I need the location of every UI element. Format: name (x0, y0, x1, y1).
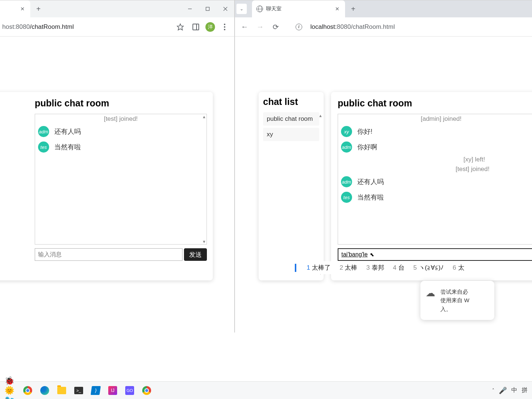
system-message: [test] joined! (338, 164, 532, 174)
message-input[interactable] (35, 248, 183, 261)
chat-message-row: tes 当然有啦 (338, 190, 532, 205)
side-panel-icon[interactable] (190, 21, 202, 33)
edge-taskbar-icon[interactable] (38, 384, 51, 397)
message-input[interactable]: tai'bang'le ⬉ (338, 248, 532, 261)
chat-list-item[interactable]: public chat room (263, 112, 319, 126)
avatar: adm (341, 141, 352, 153)
cloud-icon: ☁ (426, 287, 435, 299)
ime-candidate[interactable]: 1 太棒了 (307, 263, 331, 272)
tab-active[interactable]: ✕ (0, 0, 30, 17)
url-text-host: host:8080 (2, 23, 30, 31)
message-text: 你好! (357, 127, 372, 136)
message-text: 当然有啦 (357, 193, 384, 202)
widgets-icon[interactable]: 🐞🌞🐦 (4, 384, 17, 397)
ime-marker-icon (295, 264, 296, 272)
bing-popup-text: 尝试来自必 使用来自 W 入。 (440, 287, 469, 313)
toolbar: ← → ⟳ i localhost:8080/chatRoom.html (235, 17, 532, 37)
chat-room-card: public chat room [admin] joined! xy 你好! … (331, 92, 532, 280)
bookmark-star-icon[interactable] (174, 21, 186, 33)
system-message: [xy] left! (338, 155, 532, 164)
taskbar: 🐞🌞🐦 >_ ⟩ IJ GO ˄ 🎤 中 拼 (0, 381, 532, 399)
file-explorer-icon[interactable] (55, 384, 68, 397)
avatar: adm (341, 176, 352, 187)
minimize-icon[interactable] (181, 0, 199, 17)
browser-window-left: ✕ + host:8080/chatRoom.html 洋 public cha… (0, 0, 235, 332)
message-area[interactable]: ▲ ▼ [test] joined! adm 还有人吗 tes 当然有啦 (35, 114, 207, 245)
close-window-icon[interactable] (216, 0, 234, 17)
url-text-path: /chatRoom.html (351, 23, 395, 31)
scroll-up-icon[interactable]: ▲ (202, 115, 206, 119)
input-row: 发送 (35, 248, 207, 261)
url-text-host: localhost: (310, 23, 337, 31)
ime-mode-indicator[interactable]: 拼 (522, 386, 528, 394)
send-button[interactable]: 发送 (184, 248, 207, 261)
url-text-port: 8080 (337, 23, 351, 31)
bing-suggestion-popup[interactable]: ☁ 尝试来自必 使用来自 W 入。 (420, 281, 494, 320)
message-area[interactable]: [admin] joined! xy 你好! adm 你好啊 [xy] left… (338, 114, 532, 245)
svg-rect-1 (206, 7, 209, 11)
site-info-icon[interactable]: i (296, 24, 302, 30)
reload-icon[interactable]: ⟳ (270, 21, 282, 33)
language-indicator[interactable]: 中 (511, 386, 517, 394)
chat-message-row: adm 还有人吗 (338, 174, 532, 190)
avatar: xy (341, 126, 352, 137)
menu-icon[interactable] (219, 21, 231, 33)
close-icon[interactable]: ✕ (19, 6, 26, 12)
avatar: adm (38, 126, 49, 137)
intellij-icon[interactable]: IJ (106, 384, 119, 397)
tabs-dropdown-icon[interactable]: ⌄ (236, 4, 247, 14)
toolbar: host:8080/chatRoom.html 洋 (0, 17, 234, 37)
tray-overflow-icon[interactable]: ˄ (492, 388, 494, 393)
system-message: [admin] joined! (338, 114, 532, 124)
ime-candidate[interactable]: 4 台 (393, 263, 405, 272)
input-row: tai'bang'le ⬉ (338, 248, 532, 261)
vscode-icon[interactable]: ⟩ (89, 384, 102, 397)
url-bar[interactable]: host:8080/chatRoom.html (2, 23, 171, 31)
input-ime-value: tai'bang'le (341, 251, 368, 258)
terminal-icon[interactable]: >_ (72, 384, 85, 397)
tab-active[interactable]: 聊天室 ✕ (252, 0, 345, 17)
system-message: [test] joined! (35, 114, 207, 124)
chat-message-row: adm 还有人吗 (35, 124, 207, 139)
titlebar: ⌄ 聊天室 ✕ + (235, 0, 532, 17)
chrome-taskbar-icon[interactable] (21, 384, 34, 397)
url-bar[interactable]: localhost:8080/chatRoom.html (310, 23, 530, 31)
close-icon[interactable]: ✕ (334, 6, 341, 12)
message-text: 当然有啦 (54, 143, 81, 151)
maximize-icon[interactable] (199, 0, 216, 17)
scroll-down-icon[interactable]: ▼ (202, 239, 206, 244)
titlebar: ✕ + (0, 0, 234, 17)
message-text: 还有人吗 (357, 177, 384, 186)
tab-title: 聊天室 (266, 6, 282, 12)
ime-candidate[interactable]: 6 太 (453, 263, 464, 272)
chat-list-item[interactable]: xy (263, 128, 319, 141)
chat-message-row: adm 你好啊 (338, 139, 532, 155)
back-icon[interactable]: ← (239, 21, 250, 33)
svg-marker-4 (177, 24, 184, 30)
ime-candidate[interactable]: 2 太棒 (340, 263, 357, 272)
chat-list-card: chat list public chat room xy ▲ ▼ (259, 92, 324, 280)
new-tab-button[interactable]: + (33, 4, 44, 14)
chat-message-row: xy 你好! (338, 124, 532, 139)
chrome-taskbar-icon[interactable] (140, 384, 153, 397)
goland-icon[interactable]: GO (123, 384, 136, 397)
profile-avatar[interactable]: 洋 (205, 22, 215, 32)
chat-title: public chat room (33, 98, 207, 109)
microphone-icon[interactable]: 🎤 (499, 386, 507, 395)
new-tab-button[interactable]: + (348, 4, 358, 14)
scroll-up-icon[interactable]: ▲ (318, 113, 323, 118)
avatar: tes (38, 141, 49, 153)
ime-candidate[interactable]: 3 泰邦 (366, 263, 384, 272)
message-text: 还有人吗 (54, 127, 81, 136)
globe-icon (256, 6, 263, 12)
ime-candidate[interactable]: 5 ヽ(≧∀≦)ﾉ (413, 263, 444, 272)
url-text-path: /chatRoom.html (30, 23, 74, 31)
chat-list-title: chat list (263, 96, 319, 107)
ime-candidate-popup[interactable]: 1 太棒了 2 太棒 3 泰邦 4 台 5 ヽ(≧∀≦)ﾉ 6 太 (290, 261, 469, 274)
chat-message-row: tes 当然有啦 (35, 139, 207, 155)
avatar: tes (341, 192, 352, 203)
forward-icon: → (254, 21, 266, 33)
message-text: 你好啊 (357, 143, 377, 151)
chat-room-card: public chat room ▲ ▼ [test] joined! adm … (0, 92, 213, 280)
chat-title: public chat room (335, 98, 532, 109)
